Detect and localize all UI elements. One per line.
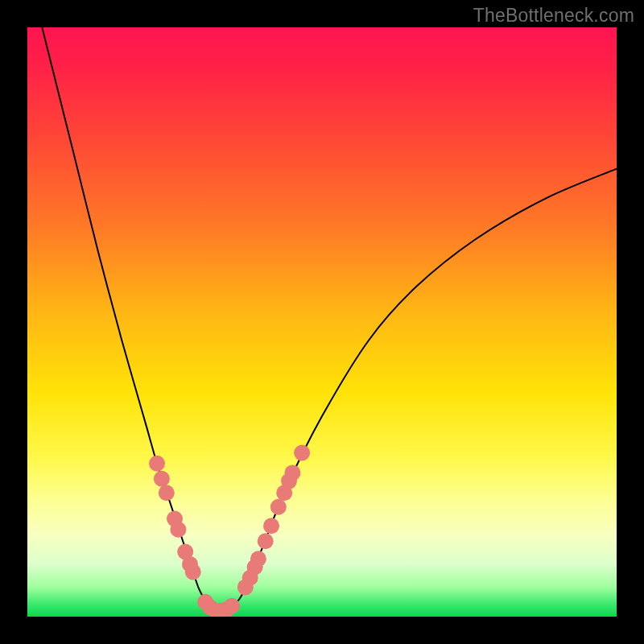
data-marker	[154, 471, 170, 487]
watermark-text: TheBottleneck.com	[473, 5, 634, 27]
chart-frame: TheBottleneck.com	[0, 0, 644, 644]
data-marker	[250, 551, 266, 567]
data-markers	[149, 445, 310, 617]
plot-area	[27, 27, 617, 617]
data-marker	[170, 522, 186, 538]
data-marker	[224, 598, 240, 614]
data-marker	[284, 464, 300, 481]
data-marker	[159, 485, 175, 501]
data-marker	[258, 533, 274, 549]
bottleneck-curve	[27, 27, 617, 611]
data-marker	[294, 445, 310, 461]
data-marker	[149, 456, 165, 472]
data-marker	[263, 518, 279, 534]
data-marker	[185, 564, 201, 580]
chart-svg	[27, 27, 617, 617]
data-marker	[270, 499, 287, 515]
